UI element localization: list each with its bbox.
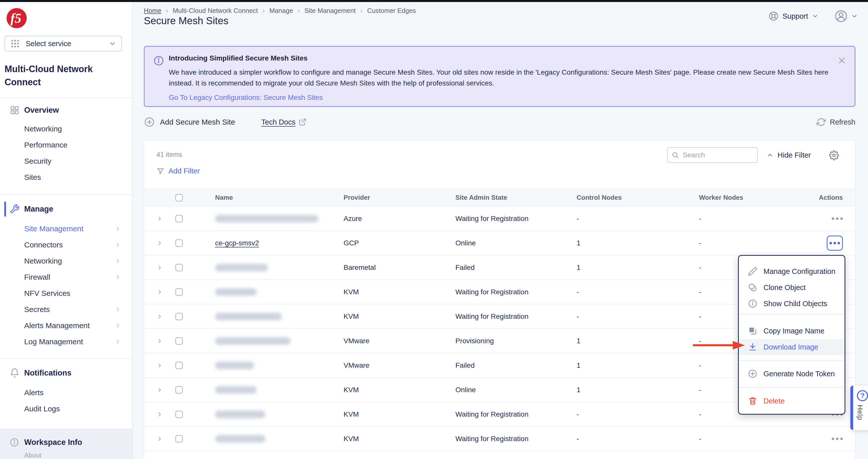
row-checkbox[interactable] [175, 435, 183, 442]
column-header-site-admin-state: Site Admin State [456, 194, 577, 201]
refresh-button[interactable]: Refresh [817, 117, 856, 126]
row-actions-context-menu: Manage ConfigurationClone ObjectShow Chi… [738, 255, 845, 414]
menu-item-label: Show Child Objects [764, 299, 827, 308]
sidebar-item-firewall[interactable]: Firewall [0, 269, 132, 285]
hide-filter-label: Hide Filter [778, 151, 811, 160]
select-service-dropdown[interactable]: Select service [4, 36, 122, 52]
plus-circle-icon [144, 116, 155, 127]
cell-name [215, 313, 344, 320]
sidebar-item-alerts[interactable]: Alerts [0, 384, 132, 401]
cell-provider: KVM [344, 410, 456, 419]
row-checkbox[interactable] [175, 313, 183, 320]
site-name-link[interactable]: ce-gcp-smsv2 [215, 239, 259, 247]
row-expand-icon[interactable] [156, 216, 163, 222]
breadcrumb-item-home[interactable]: Home [144, 7, 161, 15]
select-service-label: Select service [26, 39, 109, 48]
f5-logo: f5 [6, 8, 27, 28]
sidebar-item-about[interactable]: About [0, 452, 132, 459]
chevron-up-icon [767, 151, 774, 159]
row-expand-icon[interactable] [156, 338, 163, 344]
sidebar-item-security[interactable]: Security [0, 153, 132, 169]
account-menu[interactable] [834, 9, 858, 23]
add-filter-label: Add Filter [168, 167, 200, 175]
row-checkbox[interactable] [175, 239, 183, 247]
sidebar-item-audit-logs[interactable]: Audit Logs [0, 401, 132, 417]
breadcrumb-item-site-management[interactable]: Site Management [304, 7, 356, 15]
row-actions-button[interactable] [832, 218, 843, 220]
row-expand-icon[interactable] [156, 264, 163, 271]
sidebar-item-label: Networking [24, 124, 62, 133]
sidebar-item-manage[interactable]: Manage [0, 200, 132, 218]
tech-docs-link[interactable]: Tech Docs [261, 118, 307, 126]
breadcrumb-item-multi-cloud-network-connect[interactable]: Multi-Cloud Network Connect [173, 7, 258, 15]
close-icon[interactable] [838, 56, 846, 65]
row-expand-icon[interactable] [156, 362, 163, 369]
sidebar-item-log-management[interactable]: Log Management [0, 334, 132, 350]
row-checkbox[interactable] [175, 337, 183, 345]
row-checkbox[interactable] [175, 264, 183, 271]
sidebar-item-sites[interactable]: Sites [0, 169, 132, 185]
sidebar-item-alerts-management[interactable]: Alerts Management [0, 317, 132, 334]
copy-icon [748, 326, 757, 336]
sidebar-nav: OverviewNetworkingPerformanceSecuritySit… [0, 98, 132, 425]
menu-item-show-child-objects[interactable]: Show Child Objects [739, 295, 844, 312]
row-actions-button[interactable] [832, 437, 843, 440]
gear-icon[interactable] [829, 150, 839, 161]
cell-site-admin-state: Waiting for Registration [456, 435, 577, 443]
row-checkbox[interactable] [175, 288, 183, 296]
cell-provider: KVM [344, 386, 456, 394]
menu-item-generate-node-token[interactable]: Generate Node Token [739, 366, 844, 382]
support-menu[interactable]: Support [768, 11, 818, 22]
legacy-configurations-link[interactable]: Go To Legacy Configurations: Secure Mesh… [169, 93, 323, 102]
bell-icon [9, 368, 20, 378]
hide-filter-toggle[interactable]: Hide Filter [767, 147, 811, 163]
menu-item-manage-configuration[interactable]: Manage Configuration [739, 263, 844, 280]
add-filter-button[interactable]: Add Filter [156, 167, 200, 175]
sidebar-item-secrets[interactable]: Secrets [0, 302, 132, 317]
menu-item-copy-image-name[interactable]: Copy Image Name [739, 323, 844, 339]
menu-item-download-image[interactable]: Download Image [739, 339, 844, 355]
row-checkbox[interactable] [175, 410, 183, 418]
row-expand-icon[interactable] [156, 411, 163, 418]
select-all-checkbox[interactable] [175, 194, 183, 201]
sidebar-item-workspace-info[interactable]: Workspace Info [0, 433, 132, 452]
row-expand-icon[interactable] [156, 289, 163, 295]
row-expand-icon[interactable] [156, 313, 163, 320]
sidebar-item-notifications[interactable]: Notifications [0, 364, 132, 382]
row-checkbox[interactable] [175, 215, 183, 223]
row-expand-icon[interactable] [156, 386, 163, 393]
menu-item-clone-object[interactable]: Clone Object [739, 280, 844, 295]
row-expand-icon[interactable] [156, 435, 163, 442]
row-expand-icon[interactable] [156, 240, 163, 247]
chevron-right-icon [115, 339, 121, 345]
table-row: AzureWaiting for Registration-- [144, 206, 855, 231]
cell-control-nodes: - [577, 288, 699, 296]
workspace-info-label: Workspace Info [24, 438, 82, 447]
sidebar-item-label: Performance [24, 141, 67, 149]
row-checkbox[interactable] [175, 386, 183, 394]
menu-item-delete[interactable]: Delete [739, 393, 844, 409]
sidebar-item-performance[interactable]: Performance [0, 137, 132, 153]
search-input[interactable] [683, 151, 753, 159]
redacted-site-name [215, 362, 254, 369]
row-checkbox[interactable] [175, 362, 183, 369]
cell-actions [832, 437, 855, 440]
add-secure-mesh-site-button[interactable]: Add Secure Mesh Site [144, 116, 235, 127]
cell-site-admin-state: Provisioning [456, 337, 577, 345]
sidebar-item-label: NFV Services [24, 289, 70, 297]
sidebar-item-nfv-services[interactable]: NFV Services [0, 285, 132, 302]
row-actions-button-active[interactable] [827, 235, 843, 251]
sidebar-item-connectors[interactable]: Connectors [0, 237, 132, 253]
help-tab[interactable]: ? Help [850, 385, 868, 430]
redacted-site-name [215, 264, 268, 271]
sidebar-item-networking[interactable]: Networking [0, 121, 132, 137]
cell-site-admin-state: Waiting for Registration [456, 410, 577, 419]
sidebar-item-site-management[interactable]: Site Management [0, 221, 132, 237]
trash-icon [748, 396, 757, 406]
sidebar-item-label: Networking [24, 257, 62, 265]
pencil-icon [748, 266, 757, 276]
sidebar-section-title: Notifications [24, 369, 71, 377]
sidebar-item-networking[interactable]: Networking [0, 253, 132, 269]
sidebar-item-overview[interactable]: Overview [0, 101, 132, 119]
breadcrumb-item-manage[interactable]: Manage [269, 7, 293, 15]
